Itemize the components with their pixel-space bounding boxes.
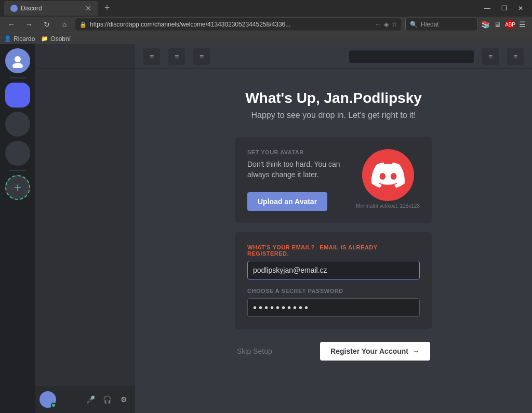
bookmark-osobni-label: Osobní	[50, 35, 71, 43]
user-panel: 🎤 🎧 ⚙	[35, 386, 135, 413]
channel-list	[35, 69, 135, 386]
app-body: + 🎤 🎧 ⚙ ≡ ≡ ≡	[0, 44, 532, 413]
server-separator-2	[9, 170, 26, 171]
bookmark-user-icon: 👤	[4, 35, 11, 42]
status-indicator	[51, 403, 56, 408]
search-icon: 🔍	[410, 21, 418, 28]
skip-setup-link[interactable]: Skip Setup	[237, 347, 272, 355]
deafen-btn[interactable]: 🎧	[100, 392, 114, 407]
synced-tabs-icon[interactable]: 🖥	[494, 20, 501, 29]
upload-avatar-btn[interactable]: Upload an Avatar	[247, 192, 327, 211]
server-icon-3[interactable]	[5, 141, 30, 166]
top-bar-btn-5[interactable]: ≡	[507, 48, 524, 65]
register-account-btn[interactable]: Register Your Account →	[320, 342, 430, 361]
add-server-btn[interactable]: +	[5, 175, 30, 200]
bookmark-ricardo-label: Ricardo	[14, 35, 35, 43]
user-avatar-icon	[10, 54, 25, 68]
back-btn[interactable]: ←	[4, 17, 19, 32]
svg-point-0	[15, 56, 21, 62]
server-icon-active[interactable]	[5, 83, 30, 108]
server-separator	[9, 77, 26, 78]
svg-point-1	[12, 63, 23, 68]
discord-logo-svg	[371, 158, 405, 192]
user-panel-actions: 🎤 🎧 ⚙	[83, 392, 131, 407]
welcome-subtitle: Happy to see you drop in. Let's get righ…	[251, 111, 416, 120]
search-placeholder-text: Hledat	[421, 21, 439, 28]
search-bar[interactable]: 🔍 Hledat	[405, 18, 478, 31]
user-panel-avatar	[39, 391, 56, 408]
home-btn[interactable]: ⌂	[57, 17, 72, 32]
main-content: ≡ ≡ ≡ ≡ ≡ What's Up, Jan.Podlipsky Happy…	[135, 44, 532, 413]
top-bar-btn-3[interactable]: ≡	[193, 48, 210, 65]
server-icon-2[interactable]	[5, 112, 30, 137]
more-icon[interactable]: ···	[376, 21, 381, 28]
main-top-bar: ≡ ≡ ≡ ≡ ≡	[135, 44, 532, 69]
password-input[interactable]	[247, 298, 420, 317]
settings-btn[interactable]: ⚙	[116, 392, 131, 407]
menu-icon[interactable]: ☰	[519, 20, 526, 29]
email-label: WHAT'S YOUR EMAIL? EMAIL IS ALREADY REGI…	[247, 244, 420, 257]
channel-sidebar: 🎤 🎧 ⚙	[35, 44, 135, 413]
avatar-description: Don't think too hard. You can always cha…	[247, 159, 356, 180]
bookmark-osobni[interactable]: 📁 Osobní	[41, 35, 71, 43]
channel-header	[35, 44, 135, 69]
tab-title: Discord	[21, 5, 81, 12]
bookmarks-bar: 👤 Ricardo 📁 Osobní	[0, 33, 532, 44]
password-label: CHOOSE A SECRET PASSWORD	[247, 288, 420, 294]
avatar-section-label: SET YOUR AVATAR	[247, 149, 356, 155]
pocket-icon[interactable]: ◈	[384, 21, 389, 28]
add-icon: +	[14, 180, 21, 195]
avatar-min-size: Minimální velikost: 128x128	[356, 203, 420, 209]
address-bar-row: ← → ↻ ⌂ 🔒 https://discordapp.com/channel…	[0, 17, 532, 33]
discord-tab[interactable]: Discord ✕	[4, 1, 98, 16]
avatar-card: SET YOUR AVATAR Don't think too hard. Yo…	[235, 137, 432, 223]
email-label-main: WHAT'S YOUR EMAIL?	[247, 244, 315, 250]
top-search-bar[interactable]	[349, 50, 474, 63]
adblock-icon[interactable]: ABP	[506, 20, 515, 29]
bookmark-folder-icon: 📁	[41, 35, 48, 42]
welcome-title: What's Up, Jan.Podlipsky	[245, 90, 422, 106]
avatar-left: SET YOUR AVATAR Don't think too hard. Yo…	[247, 149, 356, 211]
new-tab-btn[interactable]: +	[100, 1, 114, 16]
top-bar-btn-4[interactable]: ≡	[482, 48, 499, 65]
server-icon-user[interactable]	[5, 48, 30, 73]
server-sidebar: +	[0, 44, 35, 413]
address-actions: ··· ◈ ☆	[376, 21, 397, 28]
forward-btn[interactable]: →	[22, 17, 36, 32]
toolbar-right: 📚 🖥 ABP ☰	[481, 20, 528, 29]
tab-close-btn[interactable]: ✕	[85, 4, 91, 12]
top-bar-btn-1[interactable]: ≡	[143, 48, 160, 65]
mute-btn[interactable]: 🎤	[83, 392, 98, 407]
bookmark-ricardo[interactable]: 👤 Ricardo	[4, 35, 35, 43]
minimize-btn[interactable]: —	[480, 3, 495, 14]
top-bar-btn-2[interactable]: ≡	[168, 48, 185, 65]
register-btn-label: Register Your Account	[330, 347, 408, 355]
setup-footer: Skip Setup Register Your Account →	[235, 342, 432, 361]
avatar-section: SET YOUR AVATAR Don't think too hard. Yo…	[247, 149, 420, 211]
tab-bar: Discord ✕ + — ❐ ✕	[0, 0, 532, 17]
maximize-btn[interactable]: ❐	[497, 3, 511, 14]
email-input[interactable]	[247, 261, 420, 279]
email-card: WHAT'S YOUR EMAIL? EMAIL IS ALREADY REGI…	[235, 232, 432, 329]
avatar-right: Minimální velikost: 128x128	[356, 149, 420, 209]
lock-icon: 🔒	[79, 21, 87, 28]
star-icon[interactable]: ☆	[392, 21, 397, 28]
discord-avatar	[362, 149, 414, 201]
refresh-btn[interactable]: ↻	[39, 17, 54, 32]
browser-chrome: Discord ✕ + — ❐ ✕ ← → ↻ ⌂ 🔒 https://disc…	[0, 0, 532, 44]
welcome-area: What's Up, Jan.Podlipsky Happy to see yo…	[135, 69, 532, 413]
url-text: https://discordapp.com/channels/welcome/…	[90, 21, 373, 28]
reading-list-icon[interactable]: 📚	[481, 20, 490, 29]
tab-favicon	[10, 5, 18, 12]
register-arrow-icon: →	[413, 347, 420, 355]
close-btn[interactable]: ✕	[513, 3, 528, 14]
win-controls: — ❐ ✕	[480, 3, 528, 14]
address-bar[interactable]: 🔒 https://discordapp.com/channels/welcom…	[75, 18, 402, 31]
